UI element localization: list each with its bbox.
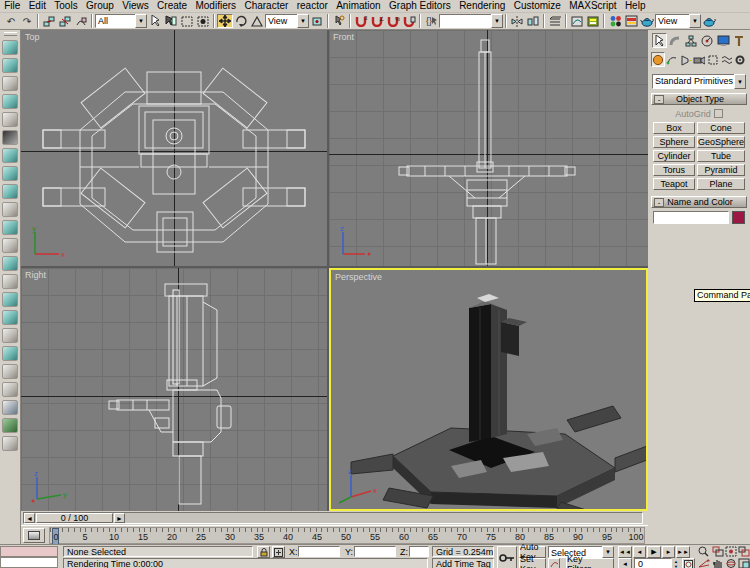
bind-to-space-warp-icon[interactable] (73, 14, 89, 28)
z-coordinate-input[interactable] (409, 546, 429, 557)
zoom-extents-all-icon[interactable] (737, 546, 750, 557)
menu-maxscript[interactable]: MAXScript (565, 0, 621, 12)
left-toolbar-icon[interactable] (2, 58, 18, 73)
geosphere-button[interactable]: GeoSphere (697, 136, 745, 148)
torus-button[interactable]: Torus (653, 164, 695, 176)
select-and-link-icon[interactable] (41, 14, 57, 28)
dropdown-arrow-icon[interactable]: ▼ (689, 14, 701, 28)
menu-graph-editors[interactable]: Graph Editors (385, 0, 455, 12)
collapse-icon[interactable]: - (654, 198, 664, 207)
menu-create[interactable]: Create (153, 0, 191, 12)
cone-button[interactable]: Cone (697, 122, 745, 134)
left-toolbar-icon[interactable] (2, 400, 18, 415)
menu-modifiers[interactable]: Modifiers (191, 0, 240, 12)
next-frame-icon[interactable]: ► (662, 546, 675, 558)
viewport-right-label[interactable]: Right (25, 270, 46, 280)
angle-snap-toggle-icon[interactable]: ∠ (369, 14, 385, 28)
absolute-offset-mode-icon[interactable] (272, 546, 285, 558)
selection-lock-icon[interactable] (257, 546, 270, 558)
toolbar-grip[interactable] (4, 32, 17, 36)
menu-character[interactable]: Character (240, 0, 292, 12)
left-toolbar-icon[interactable] (2, 76, 18, 91)
zoom-all-icon[interactable] (711, 546, 724, 557)
menu-tools[interactable]: Tools (50, 0, 82, 12)
previous-frame-icon[interactable]: ◄ (633, 546, 646, 558)
left-toolbar-icon[interactable] (2, 382, 18, 397)
teapot-button[interactable]: Teapot (653, 178, 695, 190)
left-toolbar-icon[interactable] (2, 256, 18, 271)
spinner-down-icon[interactable]: ▼ (674, 564, 678, 568)
percent-snap-toggle-icon[interactable]: % (385, 14, 401, 28)
object-color-swatch[interactable] (732, 211, 745, 224)
left-toolbar-icon[interactable] (2, 274, 18, 289)
rectangular-selection-region-icon[interactable] (179, 14, 195, 28)
render-scene-dialog-icon[interactable] (623, 14, 639, 28)
left-toolbar-icon[interactable] (2, 220, 18, 235)
left-toolbar-icon[interactable] (2, 166, 18, 181)
tab-create[interactable] (652, 33, 667, 48)
key-filters-button[interactable]: Key Filters... (566, 558, 614, 568)
mini-curve-editor-button[interactable] (23, 528, 45, 543)
snap-toggle-3d-icon[interactable]: 3 (353, 14, 369, 28)
left-toolbar-icon[interactable] (2, 310, 18, 325)
subtab-lights[interactable] (679, 52, 693, 67)
viewport-front[interactable]: Front z (329, 30, 648, 266)
select-and-rotate-icon[interactable] (233, 14, 249, 28)
viewport-top-label[interactable]: Top (25, 32, 40, 42)
left-toolbar-icon[interactable] (2, 184, 18, 199)
menu-rendering[interactable]: Rendering (455, 0, 510, 12)
menu-views[interactable]: Views (118, 0, 153, 12)
subtab-space-warps[interactable] (720, 52, 734, 67)
dropdown-arrow-icon[interactable]: ▼ (734, 74, 746, 89)
macro-recorder-pane[interactable] (0, 546, 58, 557)
viewport-front-label[interactable]: Front (333, 32, 354, 42)
mirror-icon[interactable] (509, 14, 525, 28)
collapse-icon[interactable]: - (654, 95, 664, 104)
select-object-icon[interactable] (147, 14, 163, 28)
name-color-rollout-header[interactable]: - Name and Color (651, 196, 747, 208)
min-max-toggle-icon[interactable] (737, 558, 750, 568)
dropdown-arrow-icon[interactable]: ▼ (297, 14, 309, 28)
left-toolbar-icon[interactable] (2, 112, 18, 127)
maxscript-mini-listener[interactable] (0, 557, 58, 568)
tube-button[interactable]: Tube (697, 150, 745, 162)
time-configuration-icon[interactable] (682, 558, 695, 568)
select-and-move-icon[interactable] (217, 14, 233, 28)
tab-display[interactable] (716, 33, 731, 48)
viewport-perspective-label[interactable]: Perspective (335, 272, 382, 282)
subtab-systems[interactable] (733, 52, 747, 67)
curve-editor-icon[interactable] (569, 14, 585, 28)
menu-customize[interactable]: Customize (509, 0, 565, 12)
menu-edit[interactable]: Edit (25, 0, 51, 12)
left-toolbar-icon[interactable] (2, 328, 18, 343)
arc-rotate-icon[interactable] (724, 558, 737, 568)
tab-hierarchy[interactable] (684, 33, 699, 48)
align-icon[interactable] (525, 14, 541, 28)
viewport-top[interactable]: Top (21, 30, 327, 266)
selection-filter-dropdown[interactable]: All ▼ (95, 14, 147, 28)
tab-utilities[interactable] (732, 33, 747, 48)
frame-spinner[interactable]: ▲ ▼ (672, 558, 680, 568)
left-toolbar-icon[interactable] (2, 418, 18, 433)
key-mode-toggle-icon[interactable]: ◄ (618, 558, 632, 568)
field-of-view-icon[interactable] (697, 558, 710, 568)
box-button[interactable]: Box (653, 122, 695, 134)
tab-motion[interactable] (700, 33, 715, 48)
x-coordinate-input[interactable] (298, 546, 340, 557)
subtab-geometry[interactable] (651, 52, 665, 67)
time-slider-next-icon[interactable]: ► (114, 513, 125, 523)
left-toolbar-icon[interactable] (2, 148, 18, 163)
object-name-input[interactable] (653, 211, 729, 224)
menu-reactor[interactable]: reactor (293, 0, 333, 12)
edit-named-selection-sets-icon[interactable]: {} (423, 14, 439, 28)
y-coordinate-input[interactable] (354, 546, 396, 557)
left-toolbar-icon[interactable] (2, 346, 18, 361)
left-toolbar-icon[interactable] (2, 238, 18, 253)
render-type-dropdown[interactable]: View ▼ (655, 14, 701, 28)
current-frame-input[interactable]: 0 (634, 558, 672, 568)
menu-animation[interactable]: Animation (332, 0, 385, 12)
go-to-end-icon[interactable]: ►► (676, 546, 690, 558)
autogrid-checkbox[interactable] (714, 109, 723, 118)
window-crossing-icon[interactable] (195, 14, 211, 28)
dropdown-arrow-icon[interactable]: ▼ (135, 14, 147, 28)
